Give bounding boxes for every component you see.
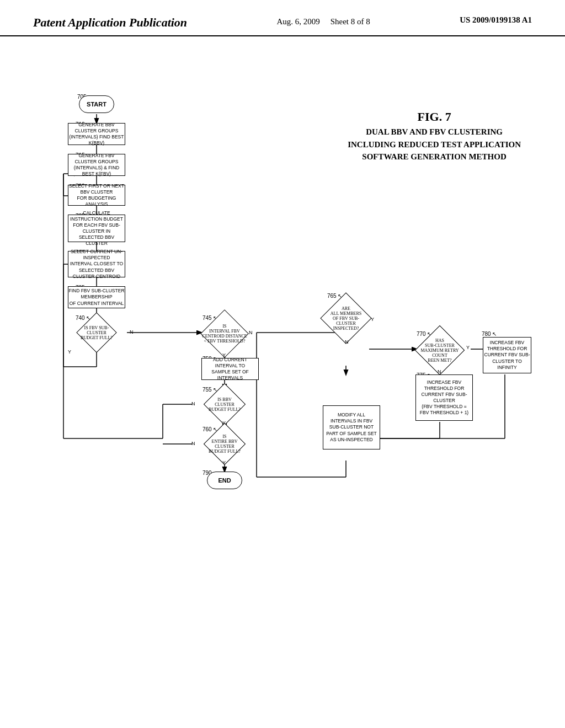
yn-760-y: Y — [222, 460, 226, 465]
diamond-755: IS BBVCLUSTERBUDGET FULL? — [201, 389, 248, 420]
label-780: 780 ↖ — [482, 331, 497, 337]
box-780: INCREASE FBVTHRESHOLD FORCURRENT FBV SUB… — [483, 337, 531, 373]
yn-745-n: N — [249, 330, 253, 335]
header-meta: Aug. 6, 2009 Sheet 8 of 8 — [277, 15, 370, 28]
diamond-740: IS FBV SUB-CLUSTERBUDGET FULL? — [79, 317, 114, 348]
box-750: ADD CURRENT INTERVAL TOSAMPLE SET OF INT… — [201, 358, 259, 380]
yn-765-y: Y — [371, 317, 374, 322]
box-720: SELECT FIRST OR NEXT BBV CLUSTERFOR BUDG… — [68, 185, 125, 206]
diamond-745: ISINTERVAL FBVCENTROID DISTANCE< FBV THR… — [201, 316, 248, 351]
flowchart: 705 ↖ 710 ↖ 715 ↖ 720 ↖ 725 ↖ 730 ↖ 735 … — [30, 85, 510, 472]
diamond-770: HASSUB-CLUSTERMAXIMUM RETRY COUNTBEEN ME… — [415, 333, 464, 368]
page: Patent Application Publication Aug. 6, 2… — [0, 0, 565, 728]
yn-770-n: N — [438, 369, 441, 374]
start-node: START — [79, 95, 114, 113]
diamond-765: AREALL MEMBERSOF FBV SUB-CLUSTERINSPECTE… — [323, 298, 369, 338]
yn-755-n: N — [191, 401, 195, 406]
box-725: CALCULATE INSTRUCTION BUDGETFOR EACH FBV… — [68, 215, 125, 242]
box-710: GENERATE BBV CLUSTER GROUPS(INTERVALS) F… — [68, 123, 125, 145]
header: Patent Application Publication Aug. 6, 2… — [0, 0, 565, 36]
box-785: MODIFY ALLINTERVALS IN FBVSUB-CLUSTER NO… — [323, 405, 380, 449]
patent-number: US 2009/0199138 A1 — [460, 15, 532, 25]
box-735: FIND FBV SUB-CLUSTER MEMBERSHIPOF CURREN… — [68, 286, 125, 308]
yn-770-y: Y — [466, 345, 470, 350]
end-node: END — [207, 472, 242, 489]
yn-740-n: N — [130, 329, 134, 335]
box-715: GENERATE FBV CLUSTER GROUPS(INTERVALS) &… — [68, 154, 125, 176]
box-775: INCREASE FBVTHRESHOLD FORCURRENT FBV SUB… — [415, 374, 473, 421]
yn-740-y: Y — [68, 349, 71, 355]
sheet-num: Sheet 8 of 8 — [331, 17, 370, 26]
yn-765-n: N — [345, 339, 349, 345]
publication-title: Patent Application Publication — [33, 15, 187, 30]
yn-760-n: N — [191, 441, 195, 446]
pub-date: Aug. 6, 2009 — [277, 17, 320, 26]
diamond-760: ISENTIRE BBVCLUSTERBUDGET FULL? — [201, 429, 248, 459]
box-730: SELECT CURRENT UN-INSPECTEDINTERVAL CLOS… — [68, 251, 125, 277]
